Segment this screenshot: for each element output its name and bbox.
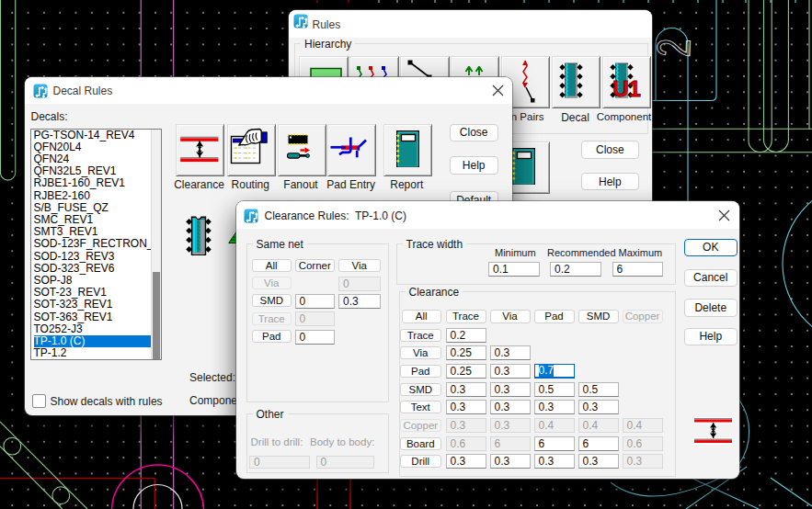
svg-text:U1: U1: [612, 76, 641, 101]
svg-text:2: 2: [647, 38, 701, 58]
